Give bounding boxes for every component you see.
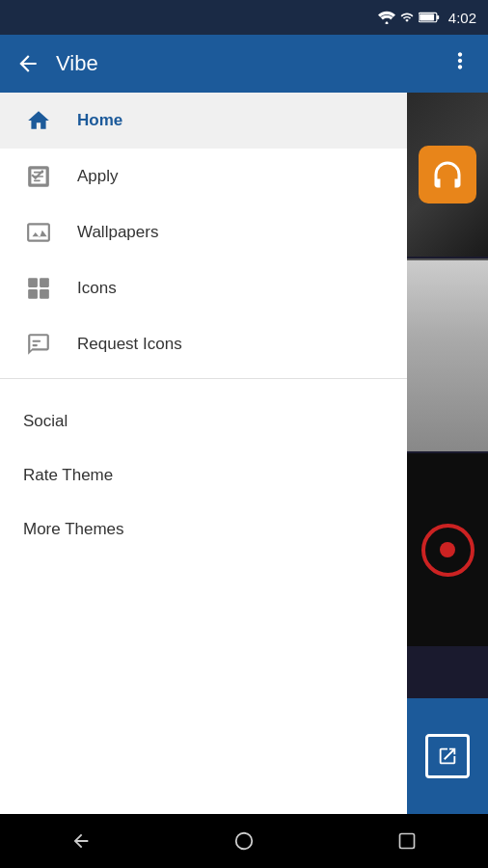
- svg-rect-2: [437, 15, 439, 19]
- nav-recent-icon: [397, 831, 417, 851]
- wifi-icon: [378, 11, 395, 24]
- svg-rect-7: [40, 289, 49, 299]
- home-svg: [26, 108, 51, 133]
- svg-rect-8: [33, 340, 41, 342]
- request-icons-svg: [26, 332, 51, 357]
- navigation-drawer: Home Apply Wallpapers: [0, 93, 407, 814]
- secondary-section: Social Rate Theme More Themes: [0, 385, 407, 566]
- status-icons: 4:02: [378, 10, 476, 26]
- nav-home-icon: [233, 830, 255, 852]
- apply-label: Apply: [77, 167, 119, 186]
- sidebar-item-icons[interactable]: Icons: [0, 260, 407, 316]
- overlay-image-1: [407, 93, 488, 257]
- export-icon: [437, 746, 458, 767]
- svg-rect-6: [28, 289, 38, 299]
- nav-divider: [0, 378, 407, 379]
- sidebar-item-more-themes[interactable]: More Themes: [0, 502, 407, 556]
- wallpapers-icon: [23, 217, 54, 248]
- home-label: Home: [77, 111, 122, 130]
- back-icon: [15, 51, 41, 76]
- nav-back-icon: [70, 830, 92, 852]
- sidebar-item-rate-theme[interactable]: Rate Theme: [0, 448, 407, 502]
- export-thumbnail: [425, 734, 470, 778]
- more-icon: [447, 48, 473, 73]
- icons-label: Icons: [77, 279, 117, 298]
- right-overlay: [407, 93, 488, 814]
- svg-point-10: [236, 833, 253, 850]
- apply-svg: [26, 164, 51, 189]
- svg-rect-4: [28, 278, 38, 287]
- toolbar: Vibe: [0, 35, 488, 93]
- sidebar-item-home[interactable]: Home: [0, 93, 407, 149]
- svg-rect-1: [420, 14, 434, 20]
- home-icon: [23, 105, 54, 136]
- nav-home-button[interactable]: [215, 822, 273, 860]
- overlay-image-2: [407, 258, 488, 451]
- nav-back-button[interactable]: [52, 822, 110, 860]
- content-area: Home Apply Wallpapers: [0, 93, 488, 814]
- headphone-thumbnail: [419, 146, 476, 203]
- back-button[interactable]: [15, 51, 41, 76]
- svg-rect-9: [33, 344, 38, 346]
- request-icons-label: Request Icons: [77, 335, 182, 354]
- icons-svg: [26, 276, 51, 301]
- apply-icon: [23, 161, 54, 192]
- nav-recent-button[interactable]: [378, 822, 436, 860]
- signal-icon: [400, 11, 414, 24]
- bottom-nav-bar: [0, 814, 488, 868]
- wallpapers-svg: [26, 220, 51, 245]
- svg-rect-11: [399, 834, 414, 849]
- svg-rect-5: [40, 278, 49, 287]
- headphone-icon: [430, 157, 465, 192]
- battery-icon: [419, 12, 440, 23]
- request-icons-icon: [23, 329, 54, 360]
- overlay-image-4: [407, 698, 488, 814]
- sidebar-item-social[interactable]: Social: [0, 394, 407, 448]
- status-bar: 4:02: [0, 0, 488, 35]
- icons-icon: [23, 273, 54, 304]
- toolbar-title: Vibe: [56, 51, 447, 76]
- more-options-button[interactable]: [447, 48, 473, 79]
- sidebar-item-apply[interactable]: Apply: [0, 149, 407, 204]
- wallpapers-label: Wallpapers: [77, 223, 158, 242]
- sidebar-item-request-icons[interactable]: Request Icons: [0, 316, 407, 372]
- red-circle-thumbnail: [421, 524, 474, 577]
- overlay-image-3: [407, 453, 488, 646]
- status-time: 4:02: [448, 10, 476, 26]
- sidebar-item-wallpapers[interactable]: Wallpapers: [0, 204, 407, 260]
